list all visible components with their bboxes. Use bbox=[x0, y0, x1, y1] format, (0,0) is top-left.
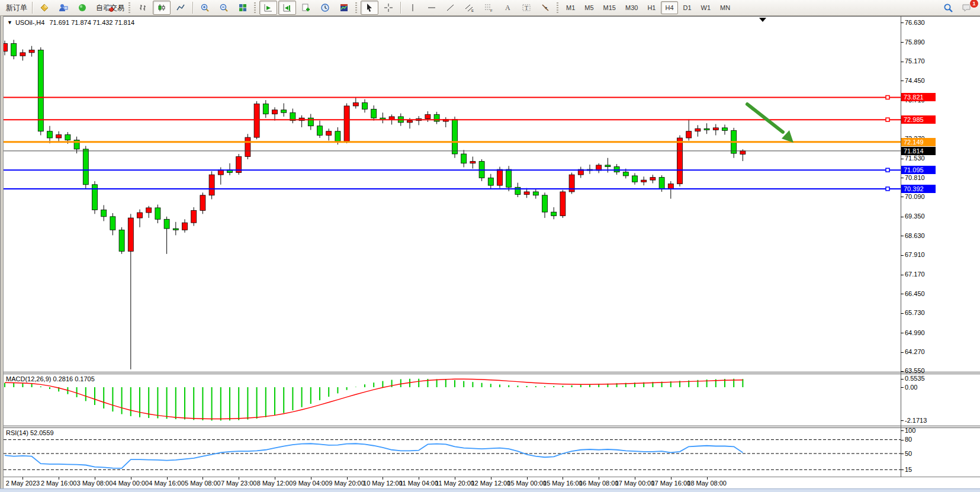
time-tick-label: 10 May 12:00 bbox=[363, 480, 403, 487]
cursor-button[interactable] bbox=[361, 1, 378, 15]
price-tick-mark bbox=[901, 178, 904, 178]
time-tick-label: 12 May 12:00 bbox=[471, 480, 510, 487]
price-tick-mark bbox=[901, 352, 904, 353]
price-level-badge: 72.985 bbox=[901, 115, 936, 124]
price-chart[interactable] bbox=[4, 17, 901, 372]
time-tick-label: 18 May 08:00 bbox=[687, 480, 727, 487]
timeframe-button-D1[interactable]: D1 bbox=[679, 1, 696, 14]
timeframe-button-M5[interactable]: M5 bbox=[580, 1, 597, 14]
price-axis-border bbox=[901, 17, 901, 477]
price-level-badge: 72.149 bbox=[901, 138, 936, 146]
line-chart-button[interactable] bbox=[172, 1, 189, 15]
time-tick-label: 11 May 04:00 bbox=[399, 480, 438, 487]
chevron-down-icon: ▼ bbox=[7, 20, 12, 25]
time-tick-label: 9 May 20:00 bbox=[329, 480, 365, 487]
notification-badge: 1 bbox=[969, 0, 979, 8]
crosshair-icon bbox=[384, 3, 393, 12]
toolbar-grip bbox=[254, 2, 256, 13]
time-axis-border bbox=[4, 477, 980, 477]
rsi-tick-mark bbox=[901, 470, 904, 470]
price-tick-label: 67.910 bbox=[905, 251, 925, 258]
fibonacci-button[interactable]: F bbox=[480, 1, 497, 15]
time-tick-label: 4 May 16:00 bbox=[149, 480, 185, 487]
toolbar-grip bbox=[355, 2, 357, 13]
toolbar-separator bbox=[192, 2, 193, 14]
horizontal-line-button[interactable] bbox=[423, 1, 441, 15]
toolbar-grip bbox=[557, 2, 558, 13]
chart-properties-button[interactable] bbox=[335, 1, 353, 15]
rsi-tick-label: 80 bbox=[905, 436, 912, 443]
bar-chart-icon bbox=[138, 3, 147, 12]
panel-separator[interactable] bbox=[4, 372, 980, 372]
time-tick-label: 4 May 00:00 bbox=[113, 480, 149, 487]
text-label-button[interactable]: T bbox=[518, 1, 535, 15]
macd-tick-label: -2.1713 bbox=[905, 417, 927, 424]
panel-separator[interactable] bbox=[4, 426, 980, 426]
trendline-icon bbox=[446, 3, 455, 12]
rsi-panel[interactable] bbox=[4, 428, 901, 477]
candlestick-chart-button[interactable] bbox=[153, 1, 171, 15]
chart-shift-button[interactable] bbox=[278, 1, 296, 15]
market-watch-icon bbox=[59, 3, 68, 12]
rsi-label: RSI(14) 52.0559 bbox=[6, 429, 54, 436]
toolbar-grip bbox=[128, 2, 130, 13]
notifications-button[interactable]: 1 bbox=[958, 1, 976, 15]
toolbar: 新订单 自动交易 bbox=[0, 0, 980, 16]
search-icon bbox=[943, 3, 953, 13]
tile-windows-button[interactable] bbox=[234, 1, 252, 15]
time-tick-label: 11 May 20:00 bbox=[435, 480, 474, 487]
time-tick-label: 15 May 16:00 bbox=[543, 480, 583, 487]
mt4-window: 新订单 自动交易 bbox=[0, 0, 980, 492]
macd-tick-mark bbox=[901, 420, 904, 421]
text-button[interactable]: A bbox=[499, 1, 516, 15]
time-tick-label: 17 May 00:00 bbox=[615, 480, 655, 487]
market-watch-button[interactable] bbox=[54, 1, 72, 15]
timeframe-button-M15[interactable]: M15 bbox=[599, 1, 620, 14]
equidistant-channel-button[interactable]: E bbox=[461, 1, 478, 15]
time-tick-label: 7 May 23:00 bbox=[221, 480, 257, 487]
time-tick-label: 9 May 04:00 bbox=[293, 480, 329, 487]
autotrade-robot-icon bbox=[105, 3, 114, 12]
symbol-title: USOil-,H4 bbox=[15, 19, 45, 26]
timeframe-button-H1[interactable]: H1 bbox=[643, 1, 660, 14]
price-tick-mark bbox=[901, 275, 904, 275]
timeframe-button-M30[interactable]: M30 bbox=[621, 1, 642, 14]
timeframe-button-H4[interactable]: H4 bbox=[661, 1, 677, 14]
zoom-out-button[interactable] bbox=[215, 1, 233, 15]
signals-icon bbox=[78, 3, 87, 12]
macd-panel[interactable] bbox=[4, 374, 901, 426]
signals-button[interactable] bbox=[73, 1, 91, 15]
vertical-line-button[interactable] bbox=[404, 1, 422, 15]
price-tick-mark bbox=[901, 371, 904, 372]
bar-chart-button[interactable] bbox=[134, 1, 152, 15]
price-level-badge: 70.392 bbox=[901, 185, 936, 193]
chart-shift-icon bbox=[282, 3, 292, 12]
price-tick-mark bbox=[901, 159, 904, 159]
candlestick-chart-icon bbox=[157, 3, 166, 12]
price-tick-mark bbox=[901, 197, 904, 197]
timeframe-group: M1M5M15M30H1H4D1W1MN bbox=[561, 1, 735, 14]
timeframe-button-W1[interactable]: W1 bbox=[697, 1, 715, 14]
crosshair-button[interactable] bbox=[380, 1, 397, 15]
price-tick-label: 69.350 bbox=[905, 213, 925, 220]
time-tick-label: 16 May 08:00 bbox=[579, 480, 619, 487]
search-button[interactable] bbox=[939, 1, 957, 15]
auto-trading-button[interactable]: 自动交易 bbox=[92, 1, 126, 15]
period-button[interactable]: ▾ bbox=[316, 1, 334, 15]
new-indicator-button[interactable]: ▾ bbox=[297, 1, 315, 15]
arrows-button[interactable]: ▾ bbox=[536, 1, 554, 15]
price-tick-mark bbox=[901, 62, 904, 62]
price-tick-label: 67.170 bbox=[905, 271, 925, 278]
new-order-button[interactable]: 新订单 bbox=[2, 1, 29, 15]
auto-scroll-button[interactable] bbox=[259, 1, 277, 15]
trendline-button[interactable] bbox=[442, 1, 460, 15]
timeframe-button-MN[interactable]: MN bbox=[716, 1, 734, 14]
price-tick-label: 75.170 bbox=[905, 57, 925, 65]
timeframe-button-M1[interactable]: M1 bbox=[562, 1, 579, 14]
price-tick-label: 71.530 bbox=[905, 155, 925, 162]
price-tick-label: 66.450 bbox=[905, 290, 925, 297]
zoom-in-button[interactable] bbox=[196, 1, 214, 15]
charts-button[interactable] bbox=[36, 1, 53, 15]
new-order-label: 新订单 bbox=[6, 3, 27, 13]
arrows-icon bbox=[541, 3, 550, 12]
